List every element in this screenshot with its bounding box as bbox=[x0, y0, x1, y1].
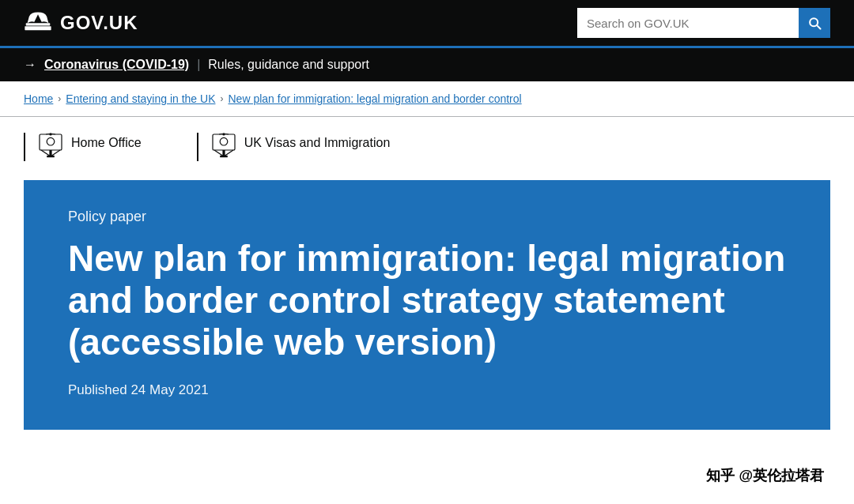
ukvi-crest-icon bbox=[211, 133, 236, 161]
publishers-section: Home Office UK Visas and Immigration bbox=[0, 117, 854, 180]
svg-point-4 bbox=[49, 133, 51, 135]
svg-point-9 bbox=[222, 133, 225, 135]
breadcrumb-current-link[interactable]: New plan for immigration: legal migratio… bbox=[228, 92, 521, 105]
gov-uk-logo-text: GOV.UK bbox=[60, 12, 138, 34]
breadcrumb-chevron-2: › bbox=[220, 93, 223, 104]
svg-rect-7 bbox=[213, 134, 235, 150]
search-input[interactable] bbox=[577, 8, 799, 38]
breadcrumb-item: Home bbox=[24, 92, 53, 105]
breadcrumb-item: New plan for immigration: legal migratio… bbox=[228, 92, 521, 105]
covid-link[interactable]: Coronavirus (COVID-19) bbox=[44, 58, 189, 72]
search-button[interactable] bbox=[799, 8, 830, 38]
svg-point-8 bbox=[220, 137, 228, 145]
svg-rect-0 bbox=[26, 23, 51, 25]
breadcrumb-item: Entering and staying in the UK bbox=[66, 92, 215, 105]
svg-rect-6 bbox=[47, 156, 55, 157]
search-form bbox=[577, 8, 830, 38]
svg-rect-11 bbox=[220, 156, 228, 157]
publisher-ukvi: UK Visas and Immigration bbox=[197, 133, 422, 161]
chevron-icon: › bbox=[220, 93, 223, 104]
hero-section: Policy paper New plan for immigration: l… bbox=[24, 180, 830, 430]
site-header: GOV.UK bbox=[0, 0, 854, 46]
covid-separator: | bbox=[197, 58, 200, 72]
breadcrumb-list: Home › Entering and staying in the UK › … bbox=[24, 92, 830, 105]
home-office-label: Home Office bbox=[71, 136, 142, 150]
svg-rect-2 bbox=[40, 134, 62, 150]
breadcrumb-entering-link[interactable]: Entering and staying in the UK bbox=[66, 92, 215, 105]
covid-banner: → Coronavirus (COVID-19) | Rules, guidan… bbox=[0, 46, 854, 81]
ukvi-label: UK Visas and Immigration bbox=[244, 136, 391, 150]
covid-arrow-icon: → bbox=[24, 58, 36, 72]
breadcrumb-home-link[interactable]: Home bbox=[24, 92, 53, 105]
home-office-crest-icon bbox=[38, 133, 63, 161]
covid-support-text: Rules, guidance and support bbox=[208, 58, 369, 72]
crown-icon bbox=[24, 9, 52, 37]
breadcrumb-chevron-1: › bbox=[58, 93, 61, 104]
hero-title: New plan for immigration: legal migratio… bbox=[68, 238, 786, 363]
publisher-home-office: Home Office bbox=[24, 133, 173, 161]
svg-point-3 bbox=[47, 137, 55, 145]
svg-rect-1 bbox=[25, 26, 51, 30]
gov-uk-logo[interactable]: GOV.UK bbox=[24, 9, 138, 37]
search-icon bbox=[807, 15, 822, 31]
published-date: Published 24 May 2021 bbox=[68, 382, 786, 398]
policy-label: Policy paper bbox=[68, 209, 786, 225]
chevron-icon: › bbox=[58, 93, 61, 104]
breadcrumb-nav: Home › Entering and staying in the UK › … bbox=[0, 81, 854, 117]
